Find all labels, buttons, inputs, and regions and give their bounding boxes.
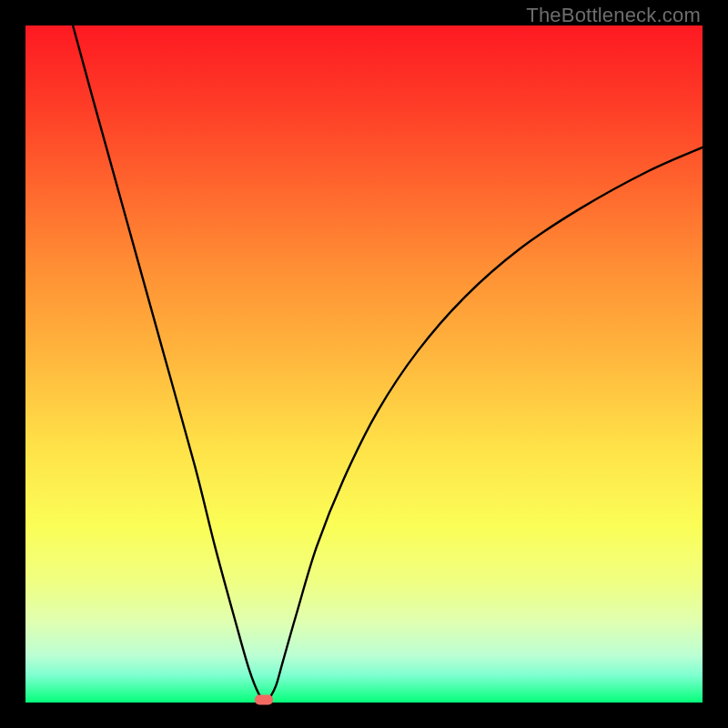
bottleneck-curve-path — [73, 25, 703, 701]
plot-area — [25, 25, 703, 703]
minimum-marker — [255, 695, 273, 705]
chart-frame: TheBottleneck.com — [0, 0, 728, 728]
line-chart-svg — [25, 25, 703, 703]
watermark-text: TheBottleneck.com — [526, 4, 701, 27]
